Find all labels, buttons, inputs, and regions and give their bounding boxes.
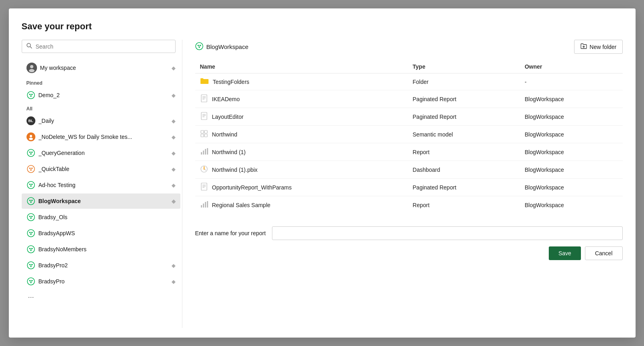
- svg-rect-96: [204, 130, 207, 133]
- workspace-item-more[interactable]: ···: [22, 290, 180, 305]
- workspace-label-nodelete: _NoDelete_WS for Daily Smoke tes...: [39, 134, 168, 140]
- workspace-badge-bradsypro: ◆: [172, 279, 176, 285]
- svg-line-34: [30, 184, 31, 186]
- table-row[interactable]: Northwind (1) Report BlogWorkspace: [195, 143, 623, 161]
- workspace-badge-blogworkspace: ◆: [172, 198, 176, 204]
- svg-point-64: [27, 262, 35, 269]
- table-row[interactable]: Northwind (1).pbix Dashboard BlogWorkspa…: [195, 161, 623, 179]
- svg-rect-111: [205, 202, 206, 208]
- workspace-item-querygeneration[interactable]: _QueryGeneration ◆: [22, 145, 180, 161]
- svg-point-13: [30, 135, 32, 137]
- workspace-label-querygeneration: _QueryGeneration: [39, 150, 168, 156]
- workspace-item-bradsyappws[interactable]: BradsyAppWS: [22, 226, 180, 241]
- workspace-item-bradsynomembers[interactable]: BradsyNoMembers: [22, 242, 180, 257]
- workspace-item-blogworkspace[interactable]: BlogWorkspace ◆: [22, 193, 180, 209]
- report-icon: [200, 200, 208, 210]
- workspace-item-nodelete[interactable]: _NoDelete_WS for Daily Smoke tes... ◆: [22, 129, 180, 145]
- workspace-item-daily[interactable]: BL _Daily ◆: [22, 113, 180, 128]
- report-name-row: Enter a name for your report: [195, 223, 623, 240]
- workspace-icon-querygeneration: [27, 149, 35, 157]
- svg-line-20: [30, 152, 31, 154]
- svg-rect-97: [201, 134, 204, 137]
- report-name-label: Enter a name for your report: [195, 230, 266, 236]
- my-workspace-badge: ◆: [172, 65, 176, 71]
- new-folder-button[interactable]: New folder: [574, 40, 623, 54]
- workspace-icon-quicktable: [27, 165, 35, 173]
- table-row[interactable]: TestingFolders Folder -: [195, 73, 623, 90]
- workspace-label-adhoc: Ad-hoc Testing: [39, 182, 168, 188]
- svg-rect-112: [207, 201, 208, 208]
- workspace-icon-daily: BL: [27, 116, 35, 125]
- workspace-item-adhoc[interactable]: Ad-hoc Testing ◆: [22, 177, 180, 193]
- svg-rect-87: [201, 95, 207, 102]
- workspace-item-bradsypro2[interactable]: BradsyPro2 ◆: [22, 258, 180, 273]
- svg-line-11: [31, 94, 32, 96]
- workspace-list: My workspace ◆ Pinned: [22, 59, 182, 328]
- workspace-label-bradsynomembers: BradsyNoMembers: [39, 246, 176, 252]
- svg-point-43: [27, 214, 35, 221]
- table-row[interactable]: Northwind Semantic model BlogWorkspace: [195, 126, 623, 143]
- svg-line-27: [30, 168, 31, 170]
- file-owner: BlogWorkspace: [520, 126, 623, 143]
- file-owner: BlogWorkspace: [520, 143, 623, 161]
- workspace-icon: [27, 91, 35, 100]
- svg-line-21: [31, 152, 32, 154]
- workspace-label-bradsypro2: BradsyPro2: [39, 262, 168, 269]
- file-table: Name Type Owner: [195, 60, 623, 214]
- current-workspace-name: BlogWorkspace: [206, 43, 249, 50]
- file-type: Semantic model: [408, 126, 520, 143]
- svg-rect-100: [203, 151, 204, 155]
- section-all: All: [22, 104, 180, 113]
- workspace-icon-bradsypro2: [27, 261, 35, 270]
- svg-rect-105: [201, 183, 207, 190]
- file-name-cell: Northwind: [195, 126, 408, 143]
- modal-body: My workspace ◆ Pinned: [22, 40, 623, 328]
- workspace-item-bradsyols[interactable]: Bradsy_Ols: [22, 210, 180, 225]
- workspace-badge-nodelete: ◆: [172, 134, 176, 140]
- table-row[interactable]: IKEADemo Paginated Report BlogWorkspace: [195, 90, 623, 108]
- file-name-cell: LayoutEditor: [195, 108, 408, 126]
- save-button[interactable]: Save: [549, 246, 581, 260]
- workspace-item-quicktable[interactable]: _QuickTable ◆: [22, 161, 180, 177]
- section-pinned: Pinned: [22, 78, 180, 88]
- table-row[interactable]: OpportunityReport_WithParams Paginated R…: [195, 179, 623, 196]
- workspace-item-bradsypro[interactable]: BradsyPro ◆: [22, 274, 180, 289]
- svg-line-42: [31, 200, 32, 202]
- svg-point-14: [29, 138, 33, 140]
- cancel-button[interactable]: Cancel: [585, 246, 623, 260]
- avatar: [27, 63, 37, 73]
- workspace-badge-daily: ◆: [172, 118, 176, 124]
- col-type: Type: [408, 60, 520, 73]
- file-owner: -: [520, 73, 623, 90]
- new-folder-label: New folder: [590, 44, 617, 50]
- workspace-badge: ◆: [172, 92, 176, 98]
- svg-line-76: [30, 281, 31, 283]
- file-type: Report: [408, 143, 520, 161]
- svg-point-104: [203, 169, 204, 170]
- my-workspace-item[interactable]: My workspace ◆: [22, 59, 180, 76]
- workspace-icon-bradsynomembers: [27, 245, 35, 254]
- svg-point-57: [27, 246, 35, 253]
- report-name-input[interactable]: [272, 226, 622, 240]
- workspace-icon-nodelete: [27, 132, 35, 141]
- file-type: Paginated Report: [408, 179, 520, 196]
- report-icon: [200, 147, 208, 157]
- svg-rect-102: [207, 148, 208, 155]
- workspace-label-bradsypro: BradsyPro: [39, 278, 168, 285]
- workspace-icon-bradsypro: [27, 277, 35, 286]
- file-owner: BlogWorkspace: [520, 90, 623, 108]
- table-row[interactable]: Regional Sales Sample Report BlogWorkspa…: [195, 196, 623, 214]
- svg-point-50: [27, 230, 35, 237]
- svg-line-1: [30, 47, 32, 48]
- search-input[interactable]: [36, 43, 171, 50]
- svg-point-36: [27, 197, 35, 205]
- search-box: [22, 40, 176, 53]
- file-type: Paginated Report: [408, 90, 520, 108]
- svg-rect-91: [201, 112, 207, 120]
- table-header-row: Name Type Owner: [195, 60, 623, 73]
- workspace-item-demo2[interactable]: Demo_2 ◆: [22, 88, 180, 103]
- modal-overlay: Save your report: [0, 0, 644, 346]
- search-icon: [26, 43, 33, 50]
- workspace-icon-bradsyols: [27, 213, 35, 222]
- table-row[interactable]: LayoutEditor Paginated Report BlogWorksp…: [195, 108, 623, 126]
